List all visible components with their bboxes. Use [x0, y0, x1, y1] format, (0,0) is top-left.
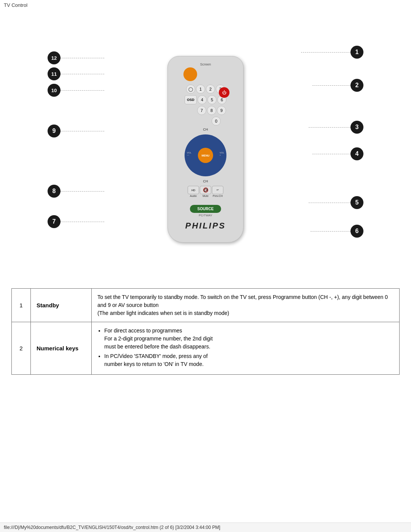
source-sub-label: PC/TWAY	[175, 214, 236, 217]
callout-line-1	[301, 52, 350, 53]
mute-button[interactable]: 🔇	[200, 186, 211, 194]
callout-12: 12	[48, 51, 61, 64]
info-table: 1 Standby To set the TV temporarily to s…	[11, 288, 400, 375]
btn-4[interactable]: 4	[198, 95, 207, 104]
callout-line-4	[312, 154, 350, 154]
power-button[interactable]: ⏻	[219, 87, 229, 98]
btn-0[interactable]: 0	[212, 117, 221, 126]
callout-9: 9	[48, 125, 61, 137]
screen-label: Screen	[175, 62, 236, 66]
vol-plus-label: VOL+	[220, 152, 224, 156]
row2-desc: For direct access to programmes For a 2-…	[92, 322, 399, 374]
callout-11: 11	[48, 67, 61, 80]
num-row-4: 0	[175, 116, 236, 126]
footer-text: file:///D|/My%20documents/dfu/B2C_TV/ENG…	[4, 525, 220, 530]
btn-circle[interactable]: ◯	[186, 85, 195, 94]
mute-group: 🔇 Mute	[199, 185, 212, 197]
btn-osd[interactable]: OSD	[185, 95, 197, 104]
source-button[interactable]: SOURCE	[190, 205, 221, 213]
prevch-button[interactable]: ↩	[212, 186, 223, 194]
callout-line-10	[61, 90, 104, 91]
row1-name: Standby	[31, 289, 92, 322]
func-row: HD Audio 🔇 Mute ↩ Prev.CH	[175, 185, 236, 197]
btn-1[interactable]: 1	[196, 85, 205, 94]
row1-desc: To set the TV temporarily to standby mod…	[92, 289, 399, 322]
callout-6: 6	[350, 225, 363, 238]
callout-1: 1	[350, 46, 363, 59]
callout-5: 5	[350, 196, 363, 209]
remote-control: Screen ⏻ ◯ 1 2 3 OSD 4 5 6 7 8	[167, 56, 244, 243]
callout-line-2	[312, 85, 350, 86]
table-row-standby: 1 Standby To set the TV temporarily to s…	[12, 289, 399, 322]
callout-3: 3	[350, 121, 363, 134]
row2-num: 2	[12, 322, 31, 374]
page-title: TV Control	[4, 2, 27, 8]
callout-8: 8	[48, 185, 61, 198]
nav-up-arrow[interactable]	[199, 136, 212, 146]
audio-button[interactable]: HD	[188, 186, 199, 194]
footer: file:///D|/My%20documents/dfu/B2C_TV/ENG…	[0, 522, 411, 532]
callout-line-5	[309, 203, 350, 203]
page-header: TV Control	[0, 0, 411, 10]
row2-name: Numerical keys	[31, 322, 92, 374]
source-area: SOURCE PC/TWAY	[175, 203, 236, 217]
prevch-group: ↩ Prev.CH	[212, 185, 224, 197]
vol-minus-label: VOL—	[187, 152, 191, 156]
btn-2[interactable]: 2	[206, 85, 215, 94]
callout-line-3	[309, 127, 350, 128]
audio-label: Audio	[187, 195, 199, 197]
callout-4: 4	[350, 147, 363, 160]
callout-line-8	[61, 191, 104, 192]
btn-7[interactable]: 7	[197, 106, 206, 115]
nav-down-arrow[interactable]	[199, 165, 212, 175]
nav-cluster: VOL— VOL+ MENU	[185, 134, 226, 176]
source-orange-button[interactable]	[183, 67, 197, 81]
mute-label: Mute	[199, 195, 212, 197]
callout-line-7	[61, 222, 104, 222]
callout-7: 7	[48, 215, 61, 228]
num-row-3: 7 8 9	[175, 105, 236, 115]
callout-2: 2	[350, 79, 363, 92]
table-row-numerical: 2 Numerical keys For direct access to pr…	[12, 322, 399, 374]
btn-5[interactable]: 5	[207, 95, 217, 104]
philips-brand: PHILIPS	[175, 221, 236, 231]
btn-8[interactable]: 8	[207, 106, 216, 115]
remote-area: 1 2 3 4 5 6 7 8 9 10 11 12 Screen ⏻	[0, 10, 411, 284]
ch-up-label: CH	[175, 128, 236, 131]
callout-10: 10	[48, 84, 61, 97]
callout-line-11	[61, 74, 104, 74]
callout-line-12	[61, 58, 104, 58]
remote-top-row: ⏻	[175, 67, 236, 83]
btn-9[interactable]: 9	[217, 106, 226, 115]
ch-down-label: CH	[175, 179, 236, 183]
callout-line-6	[311, 231, 350, 232]
prevch-label: Prev.CH	[212, 195, 224, 197]
row1-num: 1	[12, 289, 31, 322]
callout-line-9	[61, 131, 104, 131]
audio-group: HD Audio	[187, 185, 199, 197]
menu-button[interactable]: MENU	[198, 148, 213, 163]
